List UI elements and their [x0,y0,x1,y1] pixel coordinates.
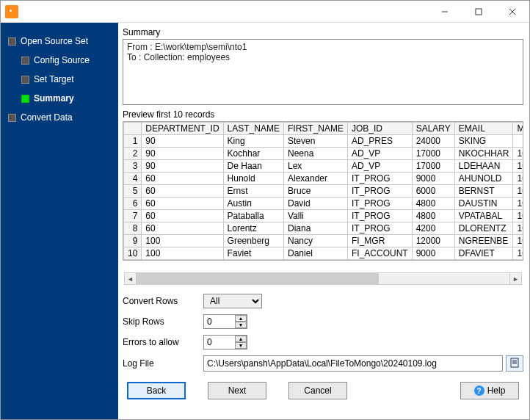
table-cell[interactable]: Pataballa [223,210,283,222]
column-header[interactable]: FIRST_NAME [283,123,347,135]
convert-rows-select[interactable]: All [203,294,262,308]
column-header[interactable]: LAST_NAME [223,123,283,135]
sidebar-item-summary[interactable]: Summary [20,89,114,108]
table-cell[interactable]: 4800 [412,198,454,210]
table-cell[interactable]: VPATABAL [454,210,513,222]
table-cell[interactable]: 101 [513,235,523,247]
column-header[interactable]: JOB_ID [347,123,412,135]
table-cell[interactable]: 90 [142,160,223,173]
table-row[interactable]: 560ErnstBruceIT_PROG6000BERNST103 [124,185,524,198]
table-cell[interactable]: Bruce [283,185,347,198]
table-row[interactable]: 9100GreenbergNancyFI_MGR12000NGREENBE101 [124,235,524,247]
sidebar-item-convert-data[interactable]: Convert Data [7,108,114,127]
table-cell[interactable]: Diana [283,222,347,235]
table-row[interactable]: 660AustinDavidIT_PROG4800DAUSTIN103 [124,198,524,210]
table-cell[interactable]: 100 [513,148,523,160]
table-cell[interactable]: David [283,198,347,210]
close-button[interactable] [495,1,529,22]
table-cell[interactable]: FI_ACCOUNT [347,247,412,260]
table-cell[interactable]: DLORENTZ [454,222,513,235]
sidebar-item-open-source-set[interactable]: Open Source Set [7,32,114,51]
table-cell[interactable]: Daniel [283,247,347,260]
table-row[interactable]: 460HunoldAlexanderIT_PROG9000AHUNOLD102 [124,173,524,185]
table-cell[interactable]: 60 [142,198,223,210]
table-cell[interactable]: 103 [513,185,523,198]
table-cell[interactable]: IT_PROG [347,198,412,210]
table-cell[interactable]: IT_PROG [347,210,412,222]
table-cell[interactable]: SKING [454,135,513,148]
table-row[interactable]: 390De HaanLexAD_VP17000LDEHAAN100 [124,160,524,173]
table-cell[interactable]: Neena [283,148,347,160]
table-cell[interactable]: IT_PROG [347,185,412,198]
table-cell[interactable]: 90 [142,135,223,148]
table-cell[interactable]: Valli [283,210,347,222]
column-header[interactable]: EMAIL [454,123,513,135]
sidebar-item-config-source[interactable]: Config Source [20,51,114,70]
table-cell[interactable]: NKOCHHAR [454,148,513,160]
errors-allow-up[interactable]: ▲ [235,336,247,342]
table-row[interactable]: 760PataballaValliIT_PROG4800VPATABAL103 [124,210,524,222]
table-cell[interactable]: Lorentz [223,222,283,235]
table-cell[interactable]: 102 [513,173,523,185]
back-button[interactable]: Back [127,382,186,399]
table-cell[interactable]: 103 [513,210,523,222]
log-file-input[interactable] [203,355,503,372]
table-row[interactable]: 860LorentzDianaIT_PROG4200DLORENTZ103 [124,222,524,235]
log-file-browse-button[interactable] [506,355,523,372]
table-cell[interactable]: 100 [142,235,223,247]
table-cell[interactable]: 90 [142,148,223,160]
scroll-thumb[interactable] [137,273,379,284]
table-cell[interactable]: Austin [223,198,283,210]
table-cell[interactable]: Ernst [223,185,283,198]
table-cell[interactable]: AD_VP [347,148,412,160]
table-cell[interactable] [513,135,523,148]
scroll-right-button[interactable]: ► [509,272,522,285]
table-cell[interactable]: 12000 [412,235,454,247]
table-cell[interactable]: IT_PROG [347,173,412,185]
table-cell[interactable]: 9000 [412,247,454,260]
horizontal-scrollbar[interactable]: ◄ ► [124,272,522,285]
table-cell[interactable]: FI_MGR [347,235,412,247]
table-cell[interactable]: AD_VP [347,160,412,173]
table-cell[interactable]: 60 [142,210,223,222]
table-cell[interactable]: IT_PROG [347,222,412,235]
table-cell[interactable]: De Haan [223,160,283,173]
table-cell[interactable]: Steven [283,135,347,148]
column-header[interactable]: MANAG [513,123,523,135]
table-row[interactable]: 10100FavietDanielFI_ACCOUNT9000DFAVIET10… [124,247,524,260]
table-cell[interactable]: 24000 [412,135,454,148]
table-cell[interactable]: LDEHAAN [454,160,513,173]
table-cell[interactable]: DAUSTIN [454,198,513,210]
help-button[interactable]: ? Help [460,382,519,399]
table-cell[interactable]: BERNST [454,185,513,198]
table-cell[interactable]: 60 [142,185,223,198]
table-cell[interactable]: 100 [513,160,523,173]
table-cell[interactable]: Alexander [283,173,347,185]
cancel-button[interactable]: Cancel [288,382,347,399]
table-cell[interactable]: 103 [513,198,523,210]
table-cell[interactable]: DFAVIET [454,247,513,260]
table-cell[interactable]: Lex [283,160,347,173]
table-cell[interactable]: AD_PRES [347,135,412,148]
table-cell[interactable]: 108 [513,247,523,260]
table-cell[interactable]: 4800 [412,210,454,222]
table-cell[interactable]: Faviet [223,247,283,260]
table-cell[interactable]: NGREENBE [454,235,513,247]
column-header[interactable]: SALARY [412,123,454,135]
skip-rows-down[interactable]: ▼ [235,322,247,328]
sidebar-item-set-target[interactable]: Set Target [20,70,114,89]
table-cell[interactable]: Nancy [283,235,347,247]
table-cell[interactable]: 100 [142,247,223,260]
table-cell[interactable]: 17000 [412,160,454,173]
table-cell[interactable]: Kochhar [223,148,283,160]
table-cell[interactable]: 60 [142,173,223,185]
scroll-left-button[interactable]: ◄ [124,272,137,285]
table-cell[interactable]: 6000 [412,185,454,198]
table-cell[interactable]: AHUNOLD [454,173,513,185]
table-cell[interactable]: Hunold [223,173,283,185]
table-row[interactable]: 190KingStevenAD_PRES24000SKING [124,135,524,148]
table-cell[interactable]: 9000 [412,173,454,185]
table-cell[interactable]: King [223,135,283,148]
table-cell[interactable]: 4200 [412,222,454,235]
table-row[interactable]: 290KochharNeenaAD_VP17000NKOCHHAR100 [124,148,524,160]
